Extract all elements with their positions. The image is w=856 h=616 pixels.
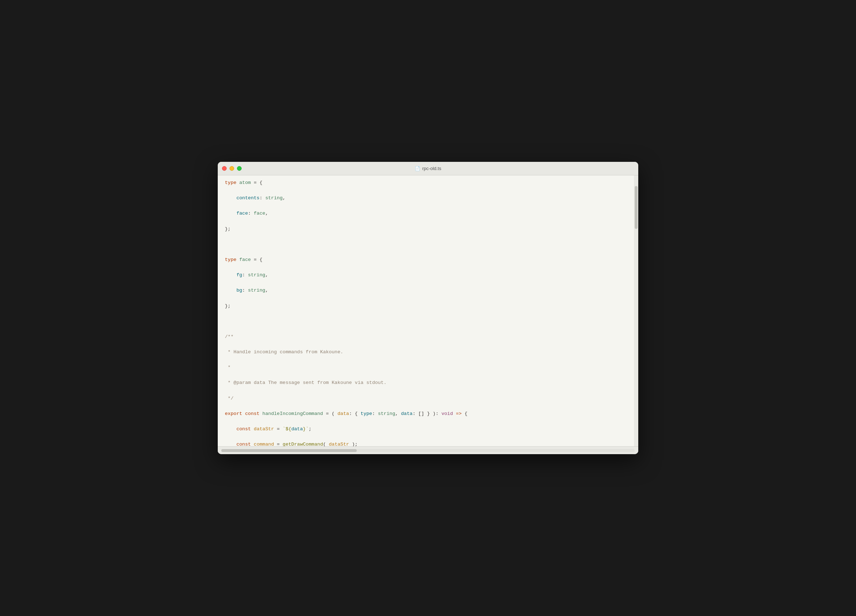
close-button[interactable]	[222, 166, 227, 171]
maximize-button[interactable]	[237, 166, 242, 171]
editor-area: type atom = { contents: string, face: fa…	[218, 176, 638, 446]
titlebar: 📄 rpc-old.ts	[218, 162, 638, 176]
file-icon: 📄	[415, 166, 420, 171]
window-title: 📄 rpc-old.ts	[415, 166, 441, 171]
horizontal-scrollbar[interactable]	[221, 449, 635, 452]
app-window: 📄 rpc-old.ts type atom = { contents: str…	[218, 162, 638, 454]
code-editor[interactable]: type atom = { contents: string, face: fa…	[218, 176, 634, 446]
bottom-bar	[218, 446, 638, 454]
minimize-button[interactable]	[229, 166, 234, 171]
scrollbar-thumb[interactable]	[635, 186, 637, 229]
vertical-scrollbar[interactable]	[634, 176, 638, 446]
horizontal-scrollbar-thumb[interactable]	[221, 449, 357, 452]
traffic-lights	[222, 166, 242, 171]
